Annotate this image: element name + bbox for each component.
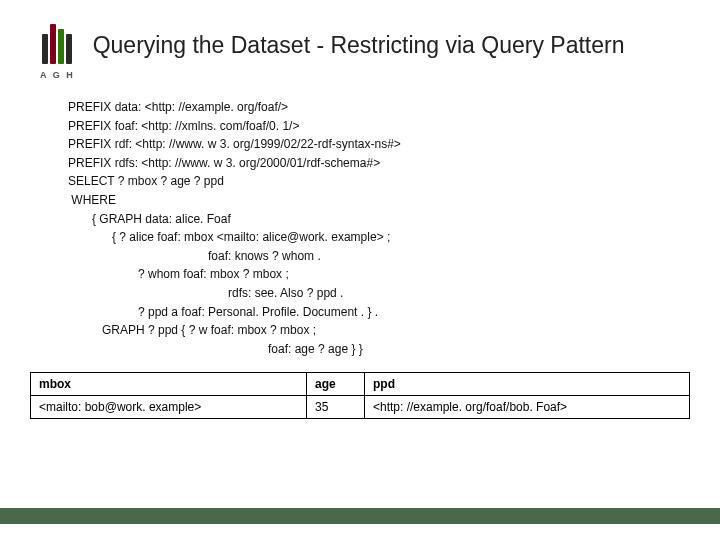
col-mbox: mbox	[31, 373, 307, 396]
code-line: { GRAPH data: alice. Foaf	[68, 210, 665, 229]
code-line: foaf: knows ? whom .	[68, 247, 665, 266]
agh-logo: A G H	[40, 20, 75, 80]
logo-text: A G H	[40, 70, 75, 80]
results-table: mbox age ppd <mailto: bob@work. example>…	[30, 372, 690, 419]
slide-title: Querying the Dataset - Restricting via Q…	[93, 20, 625, 61]
code-line: WHERE	[68, 191, 665, 210]
code-line: PREFIX foaf: <http: //xmlns. com/foaf/0.…	[68, 117, 665, 136]
slide-header: A G H Querying the Dataset - Restricting…	[0, 0, 720, 80]
code-line: rdfs: see. Also ? ppd .	[68, 284, 665, 303]
code-line: ? whom foaf: mbox ? mbox ;	[68, 265, 665, 284]
col-age: age	[306, 373, 364, 396]
col-ppd: ppd	[364, 373, 689, 396]
code-line: ? ppd a foaf: Personal. Profile. Documen…	[68, 303, 665, 322]
code-line: PREFIX data: <http: //example. org/foaf/…	[68, 98, 665, 117]
table-header-row: mbox age ppd	[31, 373, 690, 396]
sparql-query-block: PREFIX data: <http: //example. org/foaf/…	[68, 98, 665, 358]
logo-bars-icon	[42, 24, 72, 64]
code-line: PREFIX rdfs: <http: //www. w 3. org/2000…	[68, 154, 665, 173]
code-line: foaf: age ? age } }	[68, 340, 665, 359]
code-line: SELECT ? mbox ? age ? ppd	[68, 172, 665, 191]
cell-ppd: <http: //example. org/foaf/bob. Foaf>	[364, 396, 689, 419]
code-line: { ? alice foaf: mbox <mailto: alice@work…	[68, 228, 665, 247]
table-row: <mailto: bob@work. example> 35 <http: //…	[31, 396, 690, 419]
cell-age: 35	[306, 396, 364, 419]
code-line: GRAPH ? ppd { ? w foaf: mbox ? mbox ;	[68, 321, 665, 340]
cell-mbox: <mailto: bob@work. example>	[31, 396, 307, 419]
code-line: PREFIX rdf: <http: //www. w 3. org/1999/…	[68, 135, 665, 154]
footer-divider	[0, 508, 720, 524]
